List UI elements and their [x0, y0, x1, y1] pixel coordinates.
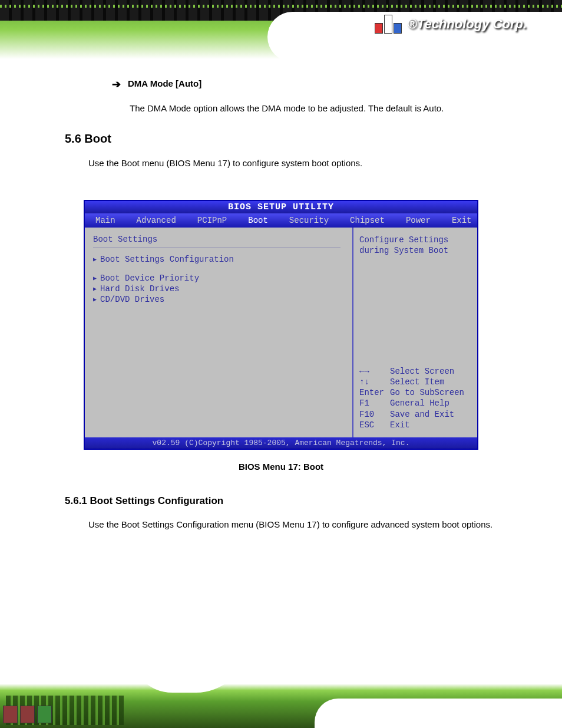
iei-logo-icon: [375, 15, 402, 34]
bios-menu-hard-disk-drives[interactable]: ▶ Hard Disk Drives: [93, 284, 344, 294]
config-item-label: DMA Mode [Auto]: [128, 78, 201, 88]
bios-menu-label: CD/DVD Drives: [100, 295, 164, 304]
bios-tab-exit[interactable]: Exit: [441, 215, 482, 226]
page-content: ➔ DMA Mode [Auto] The DMA Mode option al…: [0, 59, 562, 194]
chip-decoration: [3, 706, 52, 723]
config-item-desc: The DMA Mode option allows the DMA mode …: [112, 101, 527, 116]
bios-tab-chipset[interactable]: Chipset: [339, 215, 395, 226]
section-heading: 5.6 Boot: [65, 132, 527, 146]
header-banner: ®Technology Corp.: [0, 0, 562, 59]
figure-caption: BIOS Menu 17: Boot: [0, 462, 562, 472]
bios-key-help: ←→Select Screen ↑↓Select Item EnterGo to…: [359, 366, 471, 430]
triangle-right-icon: ▶: [93, 285, 97, 292]
bios-key-row: F1General Help: [359, 398, 471, 409]
bios-tab-security[interactable]: Security: [279, 215, 339, 226]
bios-title: BIOS SETUP UTILITY: [85, 201, 477, 213]
bios-key-row: ESCExit: [359, 420, 471, 430]
triangle-right-icon: ▶: [93, 256, 97, 263]
bios-tab-power[interactable]: Power: [395, 215, 441, 226]
bios-body: Boot Settings ▶ Boot Settings Configurat…: [85, 228, 477, 437]
bios-tab-boot[interactable]: Boot: [237, 215, 279, 226]
bios-menu-boot-device-priority[interactable]: ▶ Boot Device Priority: [93, 273, 344, 284]
bios-divider: [93, 248, 340, 248]
triangle-right-icon: ▶: [93, 275, 97, 282]
bios-key-row: ↑↓Select Item: [359, 377, 471, 387]
arrow-right-icon: ➔: [112, 78, 121, 91]
bios-menu-boot-settings-config[interactable]: ▶ Boot Settings Configuration: [93, 254, 344, 265]
bios-screenshot: BIOS SETUP UTILITY Main Advanced PCIPnP …: [84, 200, 478, 450]
bios-menu-cd-dvd-drives[interactable]: ▶ CD/DVD Drives: [93, 294, 344, 305]
bios-key-row: EnterGo to SubScreen: [359, 387, 471, 398]
footer-curve-right: [315, 699, 562, 728]
bios-tab-main[interactable]: Main: [85, 215, 126, 226]
config-item-text: DMA Mode [Auto]: [128, 77, 201, 91]
bios-left-panel: Boot Settings ▶ Boot Settings Configurat…: [85, 228, 353, 437]
bios-footer: v02.59 (C)Copyright 1985-2005, American …: [85, 437, 477, 449]
bios-menu-label: Boot Settings Configuration: [100, 255, 234, 264]
bios-key-row: ←→Select Screen: [359, 366, 471, 377]
bios-menu-label: Hard Disk Drives: [100, 284, 179, 294]
bios-tab-pcipnp[interactable]: PCIPnP: [187, 215, 237, 226]
brand-text: ®Technology Corp.: [408, 17, 527, 32]
bios-help-text: Configure Settings during System Boot: [359, 235, 471, 256]
logo-area: ®Technology Corp.: [375, 15, 527, 34]
subsection-heading: 5.6.1 Boot Settings Configuration: [65, 495, 527, 507]
bios-right-panel: Configure Settings during System Boot ←→…: [353, 228, 477, 437]
footer-banner: [0, 663, 562, 728]
bios-key-row: F10Save and Exit: [359, 409, 471, 420]
bios-tab-bar: Main Advanced PCIPnP Boot Security Chips…: [85, 213, 477, 228]
section-desc: Use the Boot menu (BIOS Menu 17) to conf…: [88, 156, 527, 170]
triangle-right-icon: ▶: [93, 296, 97, 303]
subsection-desc: Use the Boot Settings Configuration menu…: [65, 518, 527, 532]
config-item: ➔ DMA Mode [Auto]: [112, 77, 527, 91]
bios-panel-title: Boot Settings: [93, 235, 344, 244]
bios-menu-label: Boot Device Priority: [100, 274, 199, 283]
bios-tab-advanced[interactable]: Advanced: [126, 215, 187, 226]
